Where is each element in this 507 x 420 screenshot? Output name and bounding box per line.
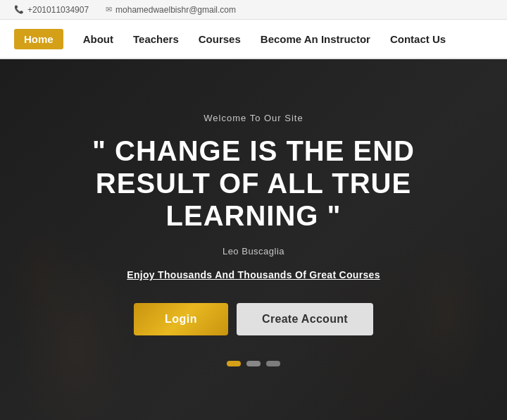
- slider-dot-3[interactable]: [266, 361, 280, 366]
- hero-section: Welcome To Our Site " CHANGE IS THE END …: [0, 59, 507, 420]
- slider-dots: [42, 361, 465, 366]
- navbar: Home About Teachers Courses Become An In…: [0, 20, 507, 59]
- nav-become-instructor[interactable]: Become An Instructor: [261, 30, 370, 48]
- phone-number: +201011034907: [27, 5, 89, 15]
- create-account-button[interactable]: Create Account: [237, 303, 373, 335]
- nav-contact[interactable]: Contact Us: [390, 30, 446, 48]
- hero-author: Leo Buscaglia: [42, 246, 465, 257]
- slider-dot-2[interactable]: [246, 361, 261, 366]
- nav-about[interactable]: About: [83, 30, 113, 48]
- hero-buttons: Login Create Account: [42, 303, 465, 335]
- top-bar: 📞 +201011034907 ✉ mohamedwaelbishr@gmail…: [0, 0, 507, 20]
- email-icon: ✉: [106, 5, 112, 14]
- nav-home[interactable]: Home: [14, 29, 63, 49]
- email-info: ✉ mohamedwaelbishr@gmail.com: [106, 5, 236, 15]
- slider-dot-1[interactable]: [227, 361, 241, 366]
- phone-info: 📞 +201011034907: [14, 5, 89, 15]
- nav-teachers[interactable]: Teachers: [133, 30, 179, 48]
- hero-subtext: Enjoy Thousands And Thousands Of Great C…: [42, 269, 465, 280]
- hero-welcome-text: Welcome To Our Site: [42, 113, 465, 123]
- email-address: mohamedwaelbishr@gmail.com: [115, 5, 236, 15]
- phone-icon: 📞: [14, 5, 24, 14]
- hero-quote: " CHANGE IS THE END RESULT OF ALL TRUE L…: [42, 135, 465, 232]
- login-button[interactable]: Login: [134, 303, 228, 335]
- nav-courses[interactable]: Courses: [199, 30, 241, 48]
- hero-content: Welcome To Our Site " CHANGE IS THE END …: [0, 113, 507, 366]
